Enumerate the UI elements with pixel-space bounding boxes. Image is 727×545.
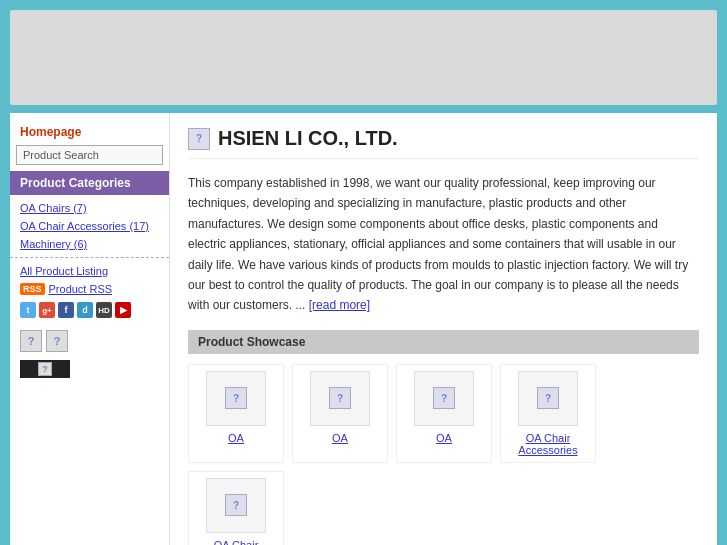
youtube-icon[interactable]: ▶ — [115, 302, 131, 318]
top-banner — [10, 10, 717, 105]
product-label-1[interactable]: OA — [228, 432, 244, 444]
main-container: Homepage Product Search Product Categori… — [10, 113, 717, 545]
sidebar-bottom-icons: ? ? — [10, 322, 169, 356]
google-plus-icon[interactable]: g+ — [39, 302, 55, 318]
product-image-5: ? — [206, 478, 266, 533]
sidebar-item-oa-chairs[interactable]: OA Chairs (7) — [10, 199, 169, 217]
page-wrapper: Homepage Product Search Product Categori… — [0, 0, 727, 545]
company-description: This company established in 1998, we wan… — [188, 173, 699, 316]
product-label-3[interactable]: OA — [436, 432, 452, 444]
product-card-3[interactable]: ? OA — [396, 364, 492, 463]
product-img-icon-4: ? — [537, 387, 559, 409]
product-image-3: ? — [414, 371, 474, 426]
sidebar: Homepage Product Search Product Categori… — [10, 113, 170, 545]
product-label-5[interactable]: OA Chair Accessories — [195, 539, 277, 545]
bottom-icon-1[interactable]: ? — [20, 330, 42, 352]
product-label-2[interactable]: OA — [332, 432, 348, 444]
product-label-4[interactable]: OA Chair Accessories — [507, 432, 589, 456]
rss-row: RSS Product RSS — [10, 280, 169, 298]
product-img-icon-1: ? — [225, 387, 247, 409]
homepage-link[interactable]: Homepage — [10, 121, 169, 145]
product-showcase-header: Product Showcase — [188, 330, 699, 354]
product-image-4: ? — [518, 371, 578, 426]
content-area: ? HSIEN LI CO., LTD. This company establ… — [170, 113, 717, 545]
sidebar-bottom-bar: ? — [20, 360, 70, 378]
product-image-2: ? — [310, 371, 370, 426]
social-icons-row: t g+ f d HD ▶ — [10, 298, 169, 322]
delicious-icon[interactable]: d — [77, 302, 93, 318]
product-search-button[interactable]: Product Search — [16, 145, 163, 165]
read-more-link[interactable]: [read more] — [309, 298, 370, 312]
company-description-text: This company established in 1998, we wan… — [188, 176, 688, 312]
product-image-1: ? — [206, 371, 266, 426]
sidebar-item-machinery[interactable]: Machinery (6) — [10, 235, 169, 253]
facebook-icon[interactable]: f — [58, 302, 74, 318]
sidebar-item-oa-chair-accessories[interactable]: OA Chair Accessories (17) — [10, 217, 169, 235]
product-card-5[interactable]: ? OA Chair Accessories — [188, 471, 284, 545]
product-img-icon-5: ? — [225, 494, 247, 516]
company-header: ? HSIEN LI CO., LTD. — [188, 127, 699, 159]
product-img-icon-2: ? — [329, 387, 351, 409]
rss-badge: RSS — [20, 283, 45, 295]
twitter-icon[interactable]: t — [20, 302, 36, 318]
sidebar-item-all-products[interactable]: All Product Listing — [10, 262, 169, 280]
bottom-icon-2[interactable]: ? — [46, 330, 68, 352]
company-title: HSIEN LI CO., LTD. — [218, 127, 398, 150]
product-rss-link[interactable]: Product RSS — [49, 283, 113, 295]
product-categories-header: Product Categories — [10, 171, 169, 195]
product-grid: ? OA ? OA ? OA — [188, 364, 699, 545]
product-card-1[interactable]: ? OA — [188, 364, 284, 463]
product-card-2[interactable]: ? OA — [292, 364, 388, 463]
company-logo: ? — [188, 128, 210, 150]
product-img-icon-3: ? — [433, 387, 455, 409]
digg-icon[interactable]: HD — [96, 302, 112, 318]
bottom-bar-icon: ? — [38, 362, 52, 376]
sidebar-divider — [10, 257, 169, 258]
product-card-4[interactable]: ? OA Chair Accessories — [500, 364, 596, 463]
